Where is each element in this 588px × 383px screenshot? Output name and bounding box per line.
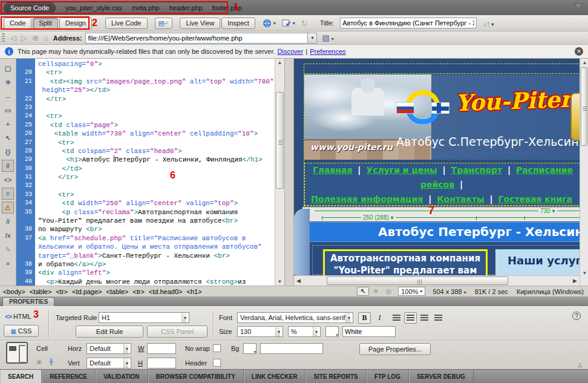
site-nav-link[interactable]: Услуги и цены	[366, 165, 437, 175]
line-numbers-icon[interactable]: #	[2, 160, 14, 172]
bold-button[interactable]: B	[358, 312, 371, 324]
bg-color-swatch[interactable]	[243, 343, 256, 354]
size-combo[interactable]: 130▾	[237, 326, 283, 337]
forward-icon[interactable]: ▷	[21, 33, 27, 42]
split-cell-icon[interactable]: ╫	[46, 357, 56, 366]
recent-snippets-icon[interactable]: ✎	[2, 243, 14, 255]
collapse-selection-icon[interactable]: ▭	[2, 104, 14, 116]
word-wrap-icon[interactable]: ≡	[2, 188, 14, 200]
live-code-button[interactable]: Live Code	[105, 18, 148, 29]
results-tab-server-debug[interactable]: SERVER DEBUG	[409, 370, 474, 383]
split-divider[interactable]	[284, 59, 294, 286]
window-size-combo[interactable]: 504 x 388▾	[433, 288, 466, 295]
zoom-tool-icon[interactable]: ◎	[382, 287, 394, 296]
design-horizontal-scrollbar[interactable]: ◀ ▶	[294, 275, 580, 286]
tag-selector-item[interactable]: <body>	[3, 288, 25, 295]
select-tool-icon[interactable]: ↖	[357, 287, 369, 296]
code-editor[interactable]: cellspacing="0">20 <tr>21 <td><img src="…	[16, 59, 284, 286]
magnification-combo[interactable]: 100%▾	[398, 287, 425, 296]
home-icon[interactable]: ⌂	[44, 33, 48, 42]
scroll-up-arrow[interactable]: ▲	[276, 60, 283, 65]
collapse-full-tag-icon[interactable]: ↔	[2, 90, 14, 102]
remove-comment-icon[interactable]: /x	[2, 229, 14, 241]
code-navigator-icon[interactable]: ✳	[2, 76, 14, 88]
font-combo[interactable]: Verdana, Arial, Helvetica, sans-serif▾	[237, 312, 353, 323]
site-nav-link[interactable]: Транспорт	[451, 165, 502, 175]
align-left-button[interactable]	[390, 312, 403, 324]
nowrap-checkbox[interactable]	[213, 344, 221, 352]
horz-combo[interactable]: Default▾	[87, 343, 131, 354]
design-hscrollbar-thumb[interactable]	[327, 277, 508, 285]
design-view[interactable]: You-Piter Автобус С.Петербург-Хельсинки …	[294, 59, 580, 286]
stop-icon[interactable]: ⊗	[32, 33, 39, 42]
site-nav-link[interactable]: Главная	[313, 165, 353, 175]
tag-selector-item[interactable]: <tr>	[56, 288, 68, 295]
panel-collapse-icon[interactable]: △	[578, 362, 582, 368]
table-width-bar-730[interactable]: 730 ▾	[315, 211, 580, 211]
bg-field[interactable]	[260, 343, 323, 354]
get-put-files-icon[interactable]: ↓↑▾	[483, 19, 493, 28]
results-tab-link-checker[interactable]: LINK CHECKER	[244, 370, 306, 383]
check-browser-compatibility-icon[interactable]: ▾	[282, 19, 295, 27]
tag-selector-item[interactable]: <h1>	[187, 288, 202, 295]
close-infobar-icon[interactable]: ✕	[575, 47, 583, 56]
results-tab-validation[interactable]: VALIDATION	[96, 370, 148, 383]
syntax-error-alerts-icon[interactable]: ⚠	[2, 201, 14, 214]
css-mode-button[interactable]: ▦ CSS	[4, 325, 39, 337]
tag-selector-item[interactable]: <tr>	[132, 288, 145, 295]
scroll-down-arrow[interactable]: ▼	[581, 270, 588, 276]
text-color-field[interactable]	[342, 326, 396, 337]
tag-selector-item[interactable]: <table>	[30, 288, 52, 295]
w-field[interactable]	[147, 343, 176, 354]
scroll-more-icon[interactable]: »	[2, 257, 14, 269]
align-right-button[interactable]	[418, 312, 431, 324]
refresh-icon[interactable]: ↻	[301, 19, 308, 28]
site-nav-link[interactable]: Контакты	[437, 194, 485, 204]
vert-combo[interactable]: Default▾	[87, 358, 131, 368]
design-vscrollbar-thumb[interactable]	[581, 67, 587, 146]
results-tab-reference[interactable]: REFERENCE	[42, 370, 96, 383]
apply-comment-icon[interactable]: //	[2, 215, 14, 228]
text-color-swatch[interactable]	[325, 326, 339, 337]
header-checkbox[interactable]	[213, 359, 221, 367]
site-nav-link[interactable]: Полезная информация	[311, 194, 423, 204]
highlight-invalid-code-icon[interactable]: <>	[2, 174, 14, 186]
back-icon[interactable]: ◁	[10, 33, 16, 42]
scroll-right-arrow[interactable]: ▶	[573, 278, 577, 284]
size-unit-combo[interactable]: %▾	[288, 326, 321, 337]
merge-cells-icon[interactable]: ▣	[34, 357, 44, 366]
file-status-icon[interactable]: ▤✓	[155, 18, 173, 29]
results-tab-ftp-log[interactable]: FTP LOG	[367, 370, 409, 383]
preferences-link[interactable]: Preferences	[310, 48, 345, 55]
italic-button[interactable]: I	[373, 312, 386, 324]
scroll-left-arrow[interactable]: ◀	[296, 278, 301, 284]
align-center-button[interactable]	[404, 312, 417, 324]
design-vertical-scrollbar[interactable]: ▲ ▼	[580, 59, 588, 286]
address-dropdown-arrow[interactable]: ▾	[308, 33, 317, 44]
width-250-label[interactable]: 250 (288) ▾	[361, 214, 396, 221]
tag-selector-item[interactable]: <table>	[106, 288, 129, 295]
css-panel-button[interactable]: CSS Panel	[147, 326, 207, 338]
targeted-rule-combo[interactable]: H1▾	[99, 312, 189, 323]
preview-browser-icon[interactable]: ▾	[263, 19, 276, 28]
width-730-label[interactable]: 730 ▾	[538, 208, 557, 214]
scroll-up-arrow[interactable]: ▲	[581, 60, 588, 65]
tag-selector-item[interactable]: <td.page>	[72, 288, 102, 295]
h-field[interactable]	[147, 358, 176, 368]
balance-braces-icon[interactable]: {}	[2, 146, 14, 158]
select-parent-tag-icon[interactable]: ↖	[2, 132, 14, 144]
browser-list-icon[interactable]: ▤▾	[322, 33, 333, 42]
html-mode-button[interactable]: <> HTML	[5, 313, 31, 320]
hand-tool-icon[interactable]: ✳	[370, 287, 382, 296]
site-nav-link[interactable]: Гостевая книга	[498, 194, 572, 204]
filter-related-files-icon[interactable]	[573, 3, 583, 12]
inspect-button[interactable]: Inspect	[221, 18, 255, 29]
results-tab-site-reports[interactable]: SITE REPORTS	[305, 370, 366, 383]
discover-link[interactable]: Discover	[278, 48, 304, 55]
title-input[interactable]	[340, 18, 477, 28]
align-justify-button[interactable]	[432, 312, 445, 324]
help-icon[interactable]: ?	[572, 312, 581, 320]
live-view-button[interactable]: Live View	[180, 18, 220, 29]
expand-all-icon[interactable]: +	[2, 118, 14, 130]
open-documents-icon[interactable]: ▢	[2, 62, 14, 74]
